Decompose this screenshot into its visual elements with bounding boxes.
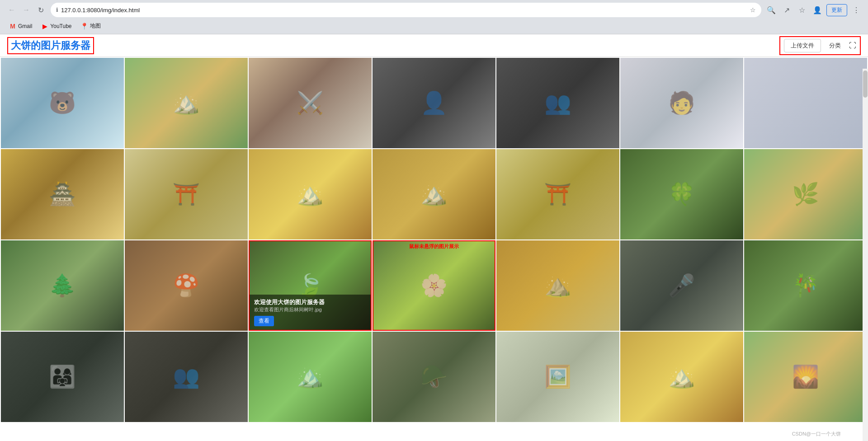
image-cell-mtn4[interactable]: 🏔️	[249, 332, 372, 422]
lock-icon: ℹ	[56, 7, 58, 13]
image-cell-grass[interactable]: 🌿	[744, 149, 867, 239]
image-cell-mtn2[interactable]: 🏔️	[373, 149, 495, 239]
maps-favicon	[81, 23, 88, 30]
image-cell-partial2[interactable]: 🌄	[744, 332, 867, 422]
image-cell-stupa2[interactable]: ⛩️	[496, 149, 619, 239]
page-content: 大饼的图片服务器 上传文件 分类 ⛶ 🐻 🏔️ ⚔️ 👤	[0, 34, 868, 441]
image-group: 👥	[125, 332, 248, 422]
search-icon[interactable]: 🔍	[765, 4, 778, 16]
image-cell-crowd[interactable]: 👨‍👩‍👧	[1, 332, 124, 422]
star-icon[interactable]: ☆	[750, 6, 756, 14]
image-cell-extra1[interactable]	[744, 58, 867, 148]
forward-button[interactable]: →	[20, 4, 33, 16]
bookmark-gmail-label: Gmail	[18, 23, 32, 29]
upload-button[interactable]: 上传文件	[784, 39, 821, 52]
image-bamboo: 🎋	[744, 240, 867, 331]
image-clover: 🍀	[620, 149, 743, 239]
url-text: 127.0.0.1:8080/img/index.html	[61, 7, 747, 14]
watermark: CSDN@一口一个大饼	[792, 431, 841, 437]
back-button[interactable]: ←	[5, 4, 18, 16]
bookmark-gmail[interactable]: Gmail	[5, 21, 36, 31]
image-mtn4: 🏔️	[249, 332, 372, 422]
image-landscape: 🏔️	[125, 58, 248, 148]
profile-icon[interactable]: 👤	[811, 4, 824, 16]
image-flowers: 🌸	[373, 241, 495, 330]
bookmarks-bar: Gmail YouTube 地图	[0, 20, 868, 34]
nav-buttons: ← → ↻	[5, 4, 47, 16]
hover-overlay: 欢迎使用大饼的图片服务器 欢迎查看图片商后林间树叶.jpg 查看	[250, 295, 371, 330]
image-cell-mushroom[interactable]: 🍄	[125, 240, 248, 331]
image-cell-flowers-nohover[interactable]: 🌸 鼠标未悬浮的图片展示	[373, 240, 495, 331]
fullscreen-button[interactable]: ⛶	[849, 42, 856, 50]
image-stupa: ⛩️	[125, 149, 248, 239]
image-cell-warrior[interactable]: ⚔️	[249, 58, 372, 148]
image-crowd: 👨‍👩‍👧	[1, 332, 124, 422]
image-cell-soldiers[interactable]: 🪖	[373, 332, 495, 422]
browser-toolbar: ← → ↻ ℹ 127.0.0.1:8080/img/index.html ☆ …	[0, 0, 868, 20]
reload-button[interactable]: ↻	[34, 4, 47, 16]
image-mushroom: 🍄	[125, 240, 248, 331]
image-cell-leaves-hover[interactable]: 🍃 欢迎使用大饼的图片服务器 欢迎查看图片商后林间树叶.jpg 查看 鼠标悬浮的…	[249, 240, 372, 331]
hover-title: 欢迎使用大饼的图片服务器	[254, 298, 366, 306]
image-soldiers: 🪖	[373, 332, 495, 422]
browser-actions: 🔍 ↗ ☆ 👤 更新 ⋮	[765, 4, 863, 16]
bookmark-icon[interactable]: ☆	[796, 4, 808, 16]
image-partial1: 🏔️	[620, 332, 743, 422]
image-cell-mtn1[interactable]: 🏔️	[249, 149, 372, 239]
image-warrior: ⚔️	[249, 58, 372, 148]
bookmark-youtube-label: YouTube	[50, 23, 71, 29]
image-cell-partial1[interactable]: 🏔️	[620, 332, 743, 422]
image-cell-stupa[interactable]: ⛩️	[125, 149, 248, 239]
image-extra1	[744, 58, 867, 148]
hover-subtitle: 欢迎查看图片商后林间树叶.jpg	[254, 306, 366, 313]
image-cell-concert[interactable]: 🎤	[620, 240, 743, 331]
image-cell-bamboo[interactable]: 🎋	[744, 240, 867, 331]
update-button[interactable]: 更新	[826, 4, 847, 16]
image-concert: 🎤	[620, 240, 743, 331]
image-portrait: 🧑	[620, 58, 743, 148]
image-mtn1: 🏔️	[249, 149, 372, 239]
bookmark-youtube[interactable]: YouTube	[38, 21, 75, 31]
share-icon[interactable]: ↗	[780, 4, 793, 16]
bookmark-maps-label: 地图	[90, 22, 101, 30]
image-partial2: 🌄	[744, 332, 867, 422]
gmail-favicon	[9, 23, 16, 30]
image-temple: 🏯	[1, 149, 124, 239]
image-cell-people1[interactable]: 👤	[373, 58, 495, 148]
image-cell-temple[interactable]: 🏯	[1, 149, 124, 239]
image-cell-group[interactable]: 👥	[125, 332, 248, 422]
image-last: 🖼️	[496, 332, 619, 422]
image-mtn2: 🏔️	[373, 149, 495, 239]
image-stupa2: ⛩️	[496, 149, 619, 239]
hover-view-button[interactable]: 查看	[254, 316, 274, 326]
image-cell-people2[interactable]: 👥	[496, 58, 619, 148]
scrollbar-thumb[interactable]	[863, 70, 868, 98]
bookmark-maps[interactable]: 地图	[77, 21, 104, 31]
image-cell-last[interactable]: 🖼️	[496, 332, 619, 422]
scrollbar[interactable]	[863, 69, 868, 441]
image-grass: 🌿	[744, 149, 867, 239]
image-cell-clover[interactable]: 🍀	[620, 149, 743, 239]
app-header: 大饼的图片服务器 上传文件 分类 ⛶	[0, 34, 868, 57]
image-cell-mtn3[interactable]: ⛰️	[496, 240, 619, 331]
image-mtn3: ⛰️	[496, 240, 619, 331]
image-grid: 🐻 🏔️ ⚔️ 👤 👥 🧑	[0, 57, 868, 423]
image-people2: 👥	[496, 58, 619, 148]
image-cell-polar-bear[interactable]: 🐻	[1, 58, 124, 148]
classify-button[interactable]: 分类	[825, 39, 845, 52]
image-forest: 🌲	[1, 240, 124, 331]
menu-icon[interactable]: ⋮	[850, 4, 863, 16]
app-title: 大饼的图片服务器	[7, 37, 94, 54]
image-cell-portrait[interactable]: 🧑	[620, 58, 743, 148]
header-actions: 上传文件 分类 ⛶	[779, 36, 861, 55]
image-cell-forest[interactable]: 🌲	[1, 240, 124, 331]
image-polar-bear: 🐻	[1, 58, 124, 148]
address-bar[interactable]: ℹ 127.0.0.1:8080/img/index.html ☆	[51, 3, 761, 17]
image-cell-landscape[interactable]: 🏔️	[125, 58, 248, 148]
image-people1: 👤	[373, 58, 495, 148]
browser-chrome: ← → ↻ ℹ 127.0.0.1:8080/img/index.html ☆ …	[0, 0, 868, 34]
youtube-favicon	[41, 23, 48, 30]
